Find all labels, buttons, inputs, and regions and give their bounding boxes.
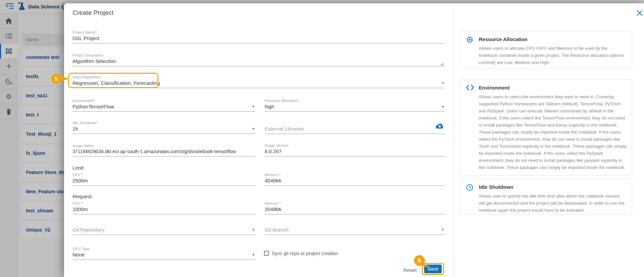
cloud-download-icon[interactable] (435, 123, 444, 131)
git-branch-field[interactable]: Git Branch ▾ (265, 226, 445, 235)
chevron-down-icon[interactable]: ▾ (252, 252, 254, 257)
save-button[interactable]: Save (424, 265, 442, 273)
select-algorithms-field[interactable]: Select Algorithms Regression, Classifica… (72, 74, 445, 88)
project-description-field[interactable]: Project Description Algorithm Selection (72, 53, 445, 66)
limit-cpu-label: CPU * (72, 173, 256, 177)
sync-git-label: Sync git repo at project creation (272, 251, 338, 256)
limit-cpu-field[interactable]: CPU * 2500m (72, 172, 256, 186)
project-name-field[interactable]: Project Name* DSL Project (72, 30, 445, 43)
limit-memory-field[interactable]: Memory * 4048Mi (265, 172, 445, 186)
gpu-type-value: None (72, 252, 256, 257)
screen: Data Science Lab ⚙ Name comments test te… (0, 0, 644, 277)
idle-shutdown-field[interactable]: Idle Shutdown* 1h ▾ (72, 120, 256, 134)
clock-icon (466, 184, 473, 193)
limit-memory-label: Memory * (265, 173, 445, 177)
info-body: Allows users to allocate CPU /GPU and Me… (479, 45, 627, 66)
limit-cpu-value: 2500m (72, 178, 256, 183)
request-memory-field[interactable]: Memory * 2048Mi (265, 201, 445, 214)
gpu-type-field[interactable]: GPU Type None ▾ (72, 246, 256, 260)
request-memory-value: 2048Mi (265, 206, 445, 212)
info-card-resource-allocation: Resource Allocation Allows users to allo… (460, 31, 632, 69)
project-name-value: DSL Project (72, 35, 445, 41)
image-version-value: 8.0.207 (265, 148, 445, 154)
info-title: Idle Shutdown (479, 184, 514, 190)
close-icon[interactable] (635, 9, 644, 18)
chevron-down-icon[interactable]: ▾ (442, 228, 444, 232)
info-card-idle-shutdown: Idle Shutdown Allows user to specify the… (460, 179, 632, 215)
panel-divider (453, 3, 454, 277)
image-version-label: Image Version (265, 143, 445, 147)
reset-button[interactable]: Reset (400, 266, 420, 274)
info-title: Resource Allocation (479, 36, 527, 42)
limit-memory-value: 4048Mi (265, 178, 445, 183)
git-repository-field[interactable]: Git Repository ▾ (72, 226, 256, 235)
resource-allocation-field[interactable]: Resource Allocation* high ▾ (265, 98, 445, 112)
git-branch-placeholder: Git Branch (265, 227, 445, 233)
gpu-type-label: GPU Type (72, 247, 256, 251)
info-card-environment: Environment Allows users to select the e… (460, 79, 632, 176)
project-name-label: Project Name* (72, 30, 445, 34)
textarea-resize-icon[interactable] (440, 61, 444, 67)
create-project-modal: Create Project Project Name* DSL Project… (64, 3, 644, 277)
image-name-label: Image Name (72, 144, 256, 148)
git-repository-placeholder: Git Repository (72, 227, 256, 233)
chevron-down-icon[interactable]: ▾ (252, 228, 254, 232)
environment-value: PythonTensorFlow (72, 104, 256, 109)
environment-label: Environment* (72, 99, 256, 103)
modal-title: Create Project (72, 9, 113, 16)
image-version-field[interactable]: Image Version 8.0.207 (265, 143, 445, 157)
project-description-label: Project Description (72, 53, 445, 57)
idle-shutdown-label: Idle Shutdown* (72, 121, 256, 125)
idle-shutdown-value: 1h (72, 126, 256, 132)
limit-heading: Limit: (72, 165, 85, 171)
chevron-down-icon[interactable]: ▾ (252, 127, 254, 131)
external-libraries-field[interactable]: External Libraries (265, 120, 445, 134)
code-icon (466, 84, 474, 92)
request-cpu-field[interactable]: CPU * 1000m (72, 201, 256, 214)
request-cpu-label: CPU * (72, 201, 256, 205)
image-name-field[interactable]: Image Name 371194629034.dkr.ecr.ap-south… (72, 143, 256, 157)
chevron-down-icon[interactable]: ▾ (252, 104, 254, 109)
info-body: Allows users to select the environment t… (479, 93, 627, 171)
select-algorithms-label: Select Algorithms (72, 75, 445, 79)
info-title: Environment (479, 85, 510, 91)
request-heading: Request: (72, 194, 93, 199)
project-description-value: Algorithm Selection (72, 58, 445, 64)
chevron-down-icon[interactable]: ▾ (442, 81, 444, 85)
environment-field[interactable]: Environment* PythonTensorFlow ▾ (72, 98, 256, 112)
request-memory-label: Memory * (265, 201, 445, 205)
sync-git-checkbox[interactable] (264, 251, 269, 256)
select-algorithms-value: Regression, Classification, Forecasting (72, 80, 445, 86)
resource-allocation-label: Resource Allocation* (265, 99, 445, 103)
external-libraries-placeholder: External Libraries (265, 126, 445, 132)
request-cpu-value: 1000m (72, 206, 256, 212)
resource-allocation-value: high (265, 104, 445, 109)
info-body: Allows user to specify the idle time lim… (479, 193, 627, 214)
chip-icon (466, 36, 473, 45)
chevron-down-icon[interactable]: ▾ (442, 104, 444, 109)
image-name-value: 371194629034.dkr.ecr.ap-south-1.amazonaw… (72, 149, 256, 154)
svg-text:6: 6 (418, 257, 421, 264)
